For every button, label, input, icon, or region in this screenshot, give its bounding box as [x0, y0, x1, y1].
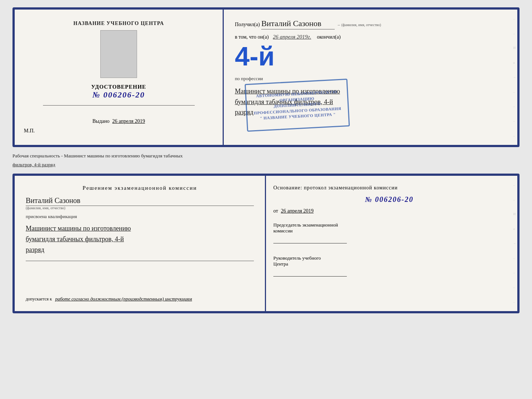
rukovoditel-block: Руководитель учебного Центра [273, 255, 505, 277]
rukovoditel-signature [273, 276, 347, 277]
dopuskaetsya-line: допускается к работе согласно должностны… [26, 296, 254, 302]
cert-title: НАЗВАНИЕ УЧЕБНОГО ЦЕНТРА [73, 21, 164, 26]
ot-date: от 26 апреля 2019 [273, 208, 505, 214]
bottom-right-edge: – – И а ← – – – – [513, 176, 517, 311]
cert-bottom-right: Основание: протокол экзаменационной коми… [266, 176, 513, 311]
prisvoena-label: присвоена квалификация [26, 214, 254, 220]
resheniem-title: Решением экзаменационной комиссии [26, 185, 254, 191]
stamp-overlay: АВТОНОМНУЮ НЕКОММЕРЧЕСКУЮ ОРГАНИЗАЦИЮ ДО… [245, 79, 350, 132]
certificate-bottom: Решением экзаменационной комиссии Витали… [12, 174, 520, 313]
protocol-number: № 006206-20 [273, 195, 505, 204]
mp-label: М.П. [24, 128, 35, 134]
separator: Рабочая специальность - Машинист машины … [12, 150, 520, 171]
cert-left: НАЗВАНИЕ УЧЕБНОГО ЦЕНТРА УДОСТОВЕРЕНИЕ №… [15, 10, 224, 145]
bottom-person-block: Виталий Сазонов (фамилия, имя, отчество) [26, 196, 254, 210]
cert-bottom-left: Решением экзаменационной комиссии Витали… [15, 176, 266, 311]
bottom-person-name: Виталий Сазонов [26, 196, 254, 206]
recipient-name: Виталий Сазонов [261, 19, 335, 29]
big-number: 4-й [235, 44, 274, 68]
profession-label: по профессии [235, 76, 502, 82]
v-tom-line: в том, что он(а) 26 апреля 2019г. окончи… [235, 34, 502, 40]
stamp-area: 4-й АВТОНОМНУЮ НЕКОММЕРЧЕСКУЮ ОРГАНИЗАЦИ… [235, 44, 502, 68]
separator-line2: фильтров, 4-й разряд [12, 160, 520, 169]
certificate-top: НАЗВАНИЕ УЧЕБНОГО ЦЕНТРА УДОСТОВЕРЕНИЕ №… [12, 7, 520, 147]
separator-line [26, 261, 254, 261]
cert-right: Получил(а) Виталий Сазонов – (фамилия, и… [224, 10, 513, 145]
photo-placeholder [100, 30, 137, 78]
udostoverenie-block: УДОСТОВЕРЕНИЕ № 006206-20 [91, 84, 146, 100]
udostoverenie-number: № 006206-20 [91, 90, 146, 100]
predsedatel-block: Председатель экзаменационной комиссии [273, 222, 505, 243]
udostoverenie-label: УДОСТОВЕРЕНИЕ [91, 84, 146, 90]
separator-line1: Рабочая специальность - Машинист машины … [12, 152, 520, 160]
document-container: НАЗВАНИЕ УЧЕБНОГО ЦЕНТРА УДОСТОВЕРЕНИЕ №… [12, 7, 520, 313]
qualification-block: Машинист машины по изготовлению бумагидл… [26, 223, 254, 255]
poluchil-line: Получил(а) Виталий Сазонов – (фамилия, и… [235, 19, 502, 29]
predsedatel-signature [273, 243, 347, 243]
osnovaniye-title: Основание: протокол экзаменационной коми… [273, 185, 505, 191]
right-edge: – – И а ← – – – – [513, 10, 517, 145]
vydano-line: Выдано 26 апреля 2019 [92, 118, 145, 124]
